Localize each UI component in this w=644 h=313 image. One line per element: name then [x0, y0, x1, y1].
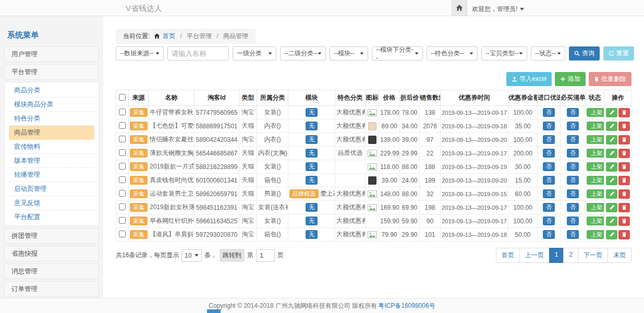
module-badge[interactable]: 无	[306, 162, 318, 171]
sidebar-subitem-8[interactable]: 轮播管理	[9, 168, 94, 182]
edit-button[interactable]	[606, 176, 617, 185]
per-page-select[interactable]: 10	[181, 249, 201, 262]
filter-select-module[interactable]: --模块--	[330, 46, 368, 61]
reset-button[interactable]: 重置	[603, 46, 634, 61]
user-menu[interactable]: 欢迎您，管理员!	[472, 5, 524, 14]
imported-toggle[interactable]: 否	[543, 135, 555, 144]
status-badge[interactable]: 上架	[587, 162, 604, 171]
delete-button[interactable]	[618, 203, 630, 212]
module-badge[interactable]: 无	[306, 216, 318, 225]
must-buy-toggle[interactable]: 否	[567, 135, 579, 144]
search-name-input[interactable]	[167, 46, 229, 61]
sidebar-subitem-2[interactable]: 商品分类	[9, 83, 94, 98]
breadcrumb-item-platform[interactable]: 平台管理	[187, 32, 212, 40]
must-buy-toggle[interactable]: 否	[567, 122, 579, 130]
row-checkbox[interactable]	[119, 136, 126, 142]
breadcrumb-item-goods[interactable]: 商品管理	[223, 32, 248, 40]
row-checkbox[interactable]	[119, 109, 126, 115]
page-button-1[interactable]: 上一页	[519, 248, 550, 263]
delete-button[interactable]	[618, 108, 630, 117]
module-badge[interactable]: 无	[306, 135, 318, 144]
breadcrumb-home-link[interactable]: 首页	[163, 32, 175, 40]
sidebar-subitem-9[interactable]: 启动页管理	[9, 182, 94, 196]
status-badge[interactable]: 上架	[587, 122, 604, 130]
row-checkbox[interactable]	[119, 149, 126, 156]
page-button-2[interactable]: 1	[549, 248, 564, 263]
edit-button[interactable]	[606, 149, 617, 158]
edit-button[interactable]	[606, 162, 617, 172]
edit-button[interactable]	[606, 216, 617, 226]
module-badge[interactable]: 无	[306, 203, 318, 212]
status-badge[interactable]: 上架	[587, 230, 604, 239]
page-number-input[interactable]	[256, 249, 275, 262]
filter-select-item-type[interactable]: --宝贝类型--	[481, 46, 527, 61]
sidebar-item-14[interactable]: 消息管理	[4, 263, 99, 279]
edit-button[interactable]	[606, 108, 617, 117]
select-all-checkbox[interactable]	[119, 94, 126, 101]
home-button[interactable]	[452, 0, 467, 16]
imported-toggle[interactable]: 否	[543, 203, 555, 212]
filter-select-feature[interactable]: --特色分类--	[427, 46, 478, 61]
row-checkbox[interactable]	[119, 231, 126, 237]
sidebar-subitem-6[interactable]: 宣传物料	[9, 140, 94, 154]
sidebar-subitem-5[interactable]: 商品管理	[9, 126, 94, 140]
status-badge[interactable]: 上架	[587, 216, 604, 225]
module-badge[interactable]: 品牌精选	[289, 189, 319, 198]
row-checkbox[interactable]	[119, 176, 126, 183]
must-buy-toggle[interactable]: 否	[567, 149, 579, 158]
delete-button[interactable]	[618, 149, 630, 158]
imported-toggle[interactable]: 否	[543, 122, 555, 130]
batch-delete-button[interactable]: 批量删除	[589, 72, 631, 86]
sidebar-item-1[interactable]: 平台管理	[4, 64, 99, 80]
imported-toggle[interactable]: 否	[543, 216, 555, 225]
delete-button[interactable]	[618, 135, 630, 145]
sidebar-item-12[interactable]: 拼团管理	[4, 228, 99, 244]
must-buy-toggle[interactable]: 否	[567, 216, 579, 225]
sidebar-item-15[interactable]: 订单管理	[4, 281, 99, 297]
edit-button[interactable]	[606, 189, 617, 199]
module-badge[interactable]: 无	[306, 149, 318, 158]
must-buy-toggle[interactable]: 否	[567, 108, 579, 117]
module-badge[interactable]: 无	[306, 122, 318, 130]
must-buy-toggle[interactable]: 否	[567, 230, 579, 239]
sidebar-item-13[interactable]: 省惠快报	[4, 246, 99, 261]
row-checkbox[interactable]	[119, 163, 126, 170]
sidebar-subitem-4[interactable]: 特色分类	[9, 112, 94, 126]
filter-select-category-1[interactable]: 一级分类	[233, 46, 276, 61]
search-button[interactable]: 查询	[569, 46, 600, 61]
status-badge[interactable]: 上架	[587, 108, 604, 117]
icp-link[interactable]: 粤ICP备16098006号	[378, 302, 435, 310]
module-badge[interactable]: 无	[306, 230, 318, 239]
delete-button[interactable]	[618, 176, 630, 185]
page-button-4[interactable]: 下一页	[578, 248, 608, 263]
status-badge[interactable]: 上架	[587, 176, 604, 185]
delete-button[interactable]	[618, 216, 630, 226]
imported-toggle[interactable]: 否	[543, 149, 555, 158]
delete-button[interactable]	[618, 162, 630, 172]
status-badge[interactable]: 上架	[587, 189, 604, 198]
row-checkbox[interactable]	[119, 203, 126, 210]
edit-button[interactable]	[606, 135, 617, 145]
filter-select-data-source[interactable]: --数据来源--	[116, 46, 164, 61]
row-checkbox[interactable]	[119, 122, 126, 129]
imported-toggle[interactable]: 否	[543, 230, 555, 239]
sidebar-subitem-10[interactable]: 意见反馈	[9, 196, 94, 210]
must-buy-toggle[interactable]: 否	[567, 176, 579, 185]
edit-button[interactable]	[606, 203, 617, 212]
filter-select-category-2[interactable]: --二级分类--	[280, 46, 326, 61]
filter-select-status[interactable]: --状态--	[531, 46, 565, 61]
page-button-3[interactable]: 2	[563, 248, 578, 263]
imported-toggle[interactable]: 否	[543, 108, 555, 117]
row-checkbox[interactable]	[119, 217, 126, 224]
module-badge[interactable]: 无	[306, 176, 318, 185]
sidebar-subitem-3[interactable]: 模块商品分类	[9, 98, 94, 112]
imported-toggle[interactable]: 否	[543, 162, 555, 171]
imported-toggle[interactable]: 否	[543, 189, 555, 198]
edit-button[interactable]	[606, 230, 617, 239]
add-button[interactable]: 添加	[555, 72, 586, 86]
sidebar-item-0[interactable]: 用户管理	[4, 46, 99, 62]
delete-button[interactable]	[618, 230, 630, 239]
must-buy-toggle[interactable]: 否	[567, 203, 579, 212]
status-badge[interactable]: 上架	[587, 149, 604, 158]
must-buy-toggle[interactable]: 否	[567, 189, 579, 198]
